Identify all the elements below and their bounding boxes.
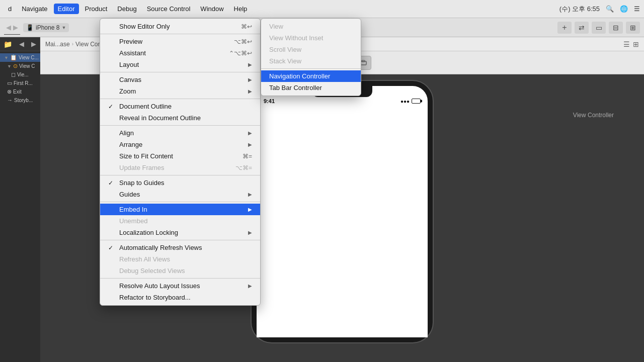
arrange-label: Arrange [119, 141, 142, 148]
embed-in-arrow: ▶ [248, 207, 252, 212]
embed-tab-bar-controller[interactable]: Tab Bar Controller [261, 82, 361, 94]
embed-tab-bar-controller-label: Tab Bar Controller [269, 84, 322, 92]
divider-5 [100, 175, 260, 175]
tree-item-view-controller[interactable]: ▼ ⊙ View C [0, 62, 40, 70]
resolve-auto-layout-label: Resolve Auto Layout Issues [119, 282, 200, 290]
menu-document-outline[interactable]: ✓ Document Outline [100, 101, 260, 112]
menu-resolve-auto-layout[interactable]: Resolve Auto Layout Issues ▶ [100, 280, 260, 292]
menu-localization-locking[interactable]: Localization Locking ▶ [100, 227, 260, 238]
snap-to-guides-label: Snap to Guides [119, 179, 165, 187]
divider-8 [100, 278, 260, 279]
triple-column-btn[interactable]: ⊞ [626, 22, 640, 34]
menu-assistant[interactable]: Assistant ⌃⌥⌘↩ [100, 47, 260, 59]
tree-label-4: First R... [14, 80, 33, 86]
single-column-btn[interactable]: ▭ [592, 22, 606, 34]
size-to-fit-shortcut: ⌘= [243, 153, 252, 160]
search-icon[interactable]: 🔍 [606, 5, 614, 13]
sidebar-nav-forward[interactable]: ▶ [31, 40, 36, 48]
menu-refresh-all: Refresh All Views [100, 253, 260, 265]
menu-item-d[interactable]: d [4, 4, 16, 14]
menu-item-navigate[interactable]: Navigate [18, 4, 51, 14]
menu-auto-refresh[interactable]: ✓ Automatically Refresh Views [100, 242, 260, 253]
embed-navigation-controller[interactable]: Navigation Controller [261, 70, 361, 82]
align-arrow: ▶ [248, 130, 252, 136]
tree-item-storyboard[interactable]: → Storyb... [0, 96, 40, 104]
menu-guides[interactable]: Guides ▶ [100, 189, 260, 200]
zoom-label: Zoom [119, 87, 136, 95]
menu-debug-selected: Debug Selected Views [100, 265, 260, 277]
unembed-label: Unembed [119, 217, 147, 225]
embed-in-label: Embed In [119, 206, 147, 213]
globe-icon[interactable]: 🌐 [620, 5, 628, 13]
guides-label: Guides [119, 191, 140, 198]
chevron-down-icon: ▼ [61, 25, 66, 30]
preview-shortcut: ⌥⌘↩ [234, 38, 252, 45]
sidebar-nav-back[interactable]: ◀ [19, 40, 24, 48]
storyboard-icon: → [7, 97, 13, 103]
menu-layout[interactable]: Layout ▶ [100, 59, 260, 70]
device-selector[interactable]: 📱 iPhone 8 ▼ [23, 23, 69, 32]
menu-zoom[interactable]: Zoom ▶ [100, 85, 260, 97]
embed-in-submenu: View View Without Inset Scroll View Stac… [261, 18, 361, 96]
menu-canvas[interactable]: Canvas ▶ [100, 74, 260, 85]
menu-bar-right: (수) 오후 6:55 🔍 🌐 ☰ [559, 5, 640, 14]
reveal-doc-outline-label: Reveal in Document Outline [119, 114, 201, 122]
divider-4 [100, 125, 260, 126]
menu-reveal-doc-outline[interactable]: Reveal in Document Outline [100, 112, 260, 124]
menu-preview[interactable]: Preview ⌥⌘↩ [100, 36, 260, 47]
menu-size-to-fit[interactable]: Size to Fit Content ⌘= [100, 150, 260, 162]
document-outline-label: Document Outline [119, 103, 172, 110]
menu-snap-to-guides[interactable]: ✓ Snap to Guides [100, 177, 260, 189]
tree-item-first[interactable]: ▭ First R... [0, 79, 40, 87]
divider-6 [100, 202, 260, 202]
embed-stack-view-label: Stack View [269, 57, 301, 65]
vc-icon: ⊙ [13, 63, 18, 69]
menu-embed-in[interactable]: Embed In ▶ [100, 204, 260, 215]
menu-item-help[interactable]: Help [230, 4, 252, 14]
breadcrumb-grid-icon[interactable]: ⊞ [633, 40, 639, 48]
divider-7 [100, 240, 260, 240]
tree-item-exit[interactable]: ⊗ Exit [0, 87, 40, 96]
canvas-arrow: ▶ [248, 77, 252, 82]
iphone-time: 9:41 [264, 98, 275, 104]
menu-refactor-storyboard[interactable]: Refactor to Storyboard... [100, 292, 260, 303]
auto-refresh-label: Automatically Refresh Views [119, 244, 202, 251]
tree-arrow-2: ▼ [7, 64, 12, 69]
menu-item-editor[interactable]: Editor [54, 4, 79, 14]
exchange-icon[interactable]: ⇄ [575, 22, 589, 34]
align-label: Align [119, 129, 134, 137]
embed-scroll-view-label: Scroll View [269, 46, 301, 53]
menu-show-editor-only[interactable]: Show Editor Only ⌘↩ [100, 21, 260, 32]
menu-item-debug[interactable]: Debug [113, 4, 140, 14]
update-frames-label: Update Frames [119, 164, 165, 171]
view-icon: ◻ [11, 71, 16, 78]
menu-item-source-control[interactable]: Source Control [143, 4, 195, 14]
tree-label-3: Vie... [17, 72, 29, 77]
embed-view-label: View [269, 23, 283, 30]
nav-forward-btn[interactable]: ▶ [13, 24, 18, 31]
tree-item-view-controller-scene[interactable]: ▼ 📋 View C... [0, 53, 40, 62]
menu-arrange[interactable]: Arrange ▶ [100, 139, 260, 150]
clock-display: (수) 오후 6:55 [559, 5, 600, 14]
embed-navigation-controller-label: Navigation Controller [269, 72, 330, 80]
nav-back-btn[interactable]: ◀ [6, 24, 11, 31]
tree-arrow: ▼ [4, 55, 9, 60]
tree-label-2: View C [19, 63, 35, 69]
device-label: iPhone 8 [36, 24, 59, 31]
folder-icon: 📋 [10, 54, 17, 61]
add-button[interactable]: + [557, 22, 572, 34]
debug-selected-label: Debug Selected Views [119, 267, 185, 275]
menu-item-window[interactable]: Window [196, 4, 227, 14]
double-column-btn[interactable]: ⊟ [609, 22, 623, 34]
breadcrumb-item-1[interactable]: Mai...ase [45, 41, 70, 48]
breadcrumb-list-icon[interactable]: ☰ [623, 40, 630, 48]
menu-item-product[interactable]: Product [81, 4, 112, 14]
check-icon-doc-outline: ✓ [108, 103, 116, 110]
menu-align[interactable]: Align ▶ [100, 127, 260, 139]
iphone-mockup: 9:41 ●●● [252, 81, 433, 342]
sidebar-folder-icon[interactable]: 📁 [4, 40, 12, 48]
embed-divider [261, 68, 361, 69]
tree-item-view[interactable]: ◻ Vie... [0, 70, 40, 79]
device-icon: 📱 [26, 24, 34, 31]
list-icon[interactable]: ☰ [634, 5, 640, 13]
